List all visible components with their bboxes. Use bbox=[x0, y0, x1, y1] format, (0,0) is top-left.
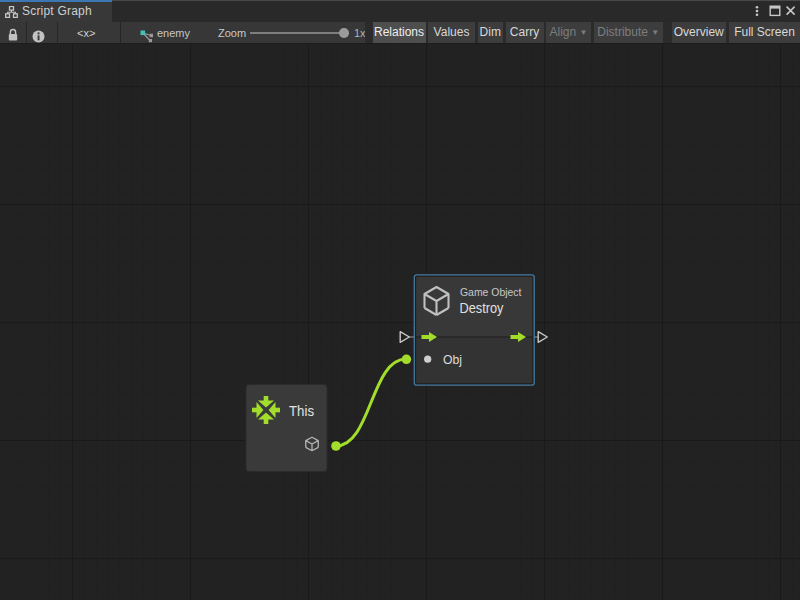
svg-text:Game Object: Game Object bbox=[460, 286, 522, 298]
svg-text:Destroy: Destroy bbox=[460, 299, 504, 316]
svg-text:This: This bbox=[289, 402, 314, 419]
svg-text:Obj: Obj bbox=[443, 353, 462, 367]
